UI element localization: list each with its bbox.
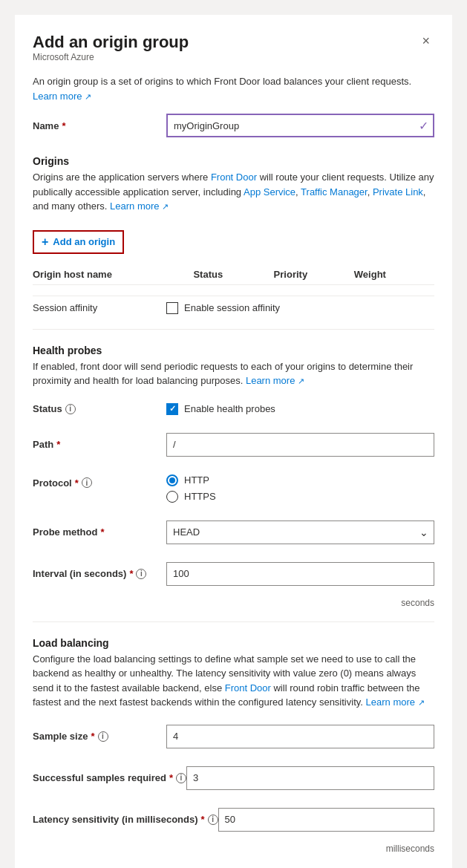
session-affinity-checkbox[interactable] (166, 302, 178, 314)
protocol-info-icon[interactable]: i (82, 477, 92, 488)
name-input[interactable] (166, 114, 434, 137)
sample-size-input[interactable] (166, 725, 434, 748)
origins-description: Origins are the application servers wher… (33, 170, 434, 214)
session-affinity-label: Session affinity (33, 302, 166, 313)
panel-title: Add an origin group Microsoft Azure (33, 33, 189, 73)
name-row: Name * ✓ (33, 114, 434, 137)
path-input[interactable] (166, 433, 434, 457)
status-label: Status i (33, 403, 166, 414)
check-icon: ✓ (419, 119, 428, 133)
radio-http-outer (166, 474, 178, 486)
interval-label: Interval (in seconds) * i (33, 568, 166, 579)
radio-http[interactable]: HTTP (166, 474, 216, 486)
plus-icon: + (42, 235, 48, 249)
session-affinity-checkbox-wrapper: Enable session affinity (166, 302, 280, 314)
learn-more-link-3[interactable]: Learn more (246, 375, 295, 386)
interval-input[interactable] (166, 562, 434, 586)
load-balancing-title: Load balancing (33, 637, 434, 649)
external-link-icon-2: ↗ (162, 202, 169, 211)
probe-method-select-wrapper: HEAD GET ⌄ (166, 521, 434, 544)
add-origin-label: Add an origin (53, 236, 115, 247)
add-origin-button[interactable]: + Add an origin (33, 230, 124, 254)
protocol-label: Protocol * i (33, 474, 166, 489)
footer-bar: Add Cancel (33, 860, 434, 869)
radio-https-label: HTTPS (184, 491, 216, 502)
sample-size-info-icon[interactable]: i (98, 731, 108, 742)
external-link-icon-1: ↗ (85, 92, 91, 101)
interval-row: Interval (in seconds) * i (33, 562, 434, 586)
radio-https-outer (166, 491, 178, 503)
learn-more-link-4[interactable]: Learn more (366, 696, 415, 708)
successful-samples-input[interactable] (186, 766, 434, 790)
status-row: Status i Enable health probes (33, 403, 434, 415)
external-link-icon-3: ↗ (298, 376, 304, 385)
col-weight-header: Weight (354, 269, 434, 280)
session-affinity-checkbox-label: Enable session affinity (184, 302, 280, 313)
protocol-row: Protocol * i HTTP HTTPS (33, 474, 434, 503)
panel-header: Add an origin group Microsoft Azure × (33, 33, 434, 73)
divider-1 (33, 329, 434, 330)
probe-method-row: Probe method * HEAD GET ⌄ (33, 521, 434, 544)
latency-row: Latency sensitivity (in milliseconds) * … (33, 808, 434, 832)
radio-http-label: HTTP (184, 474, 209, 486)
probe-method-label: Probe method * (33, 526, 166, 538)
interval-units: seconds (33, 598, 434, 608)
radio-http-dot (169, 477, 175, 483)
enable-health-probes-checkbox[interactable] (166, 403, 178, 415)
status-info-icon[interactable]: i (65, 404, 76, 414)
latency-units: milliseconds (33, 843, 434, 854)
latency-input[interactable] (218, 808, 434, 832)
successful-samples-row: Successful samples required * i (33, 766, 434, 790)
divider-2 (33, 621, 434, 622)
external-link-icon-4: ↗ (418, 698, 425, 707)
learn-more-link-2[interactable]: Learn more (110, 200, 159, 212)
protocol-radio-group: HTTP HTTPS (166, 474, 216, 503)
name-label: Name * (33, 120, 166, 131)
sample-size-row: Sample size * i (33, 725, 434, 748)
health-probes-description: If enabled, front door will send periodi… (33, 359, 434, 388)
successful-samples-info-icon[interactable]: i (176, 773, 186, 783)
path-label: Path * (33, 439, 166, 450)
origins-section-title: Origins (33, 155, 434, 167)
interval-info-icon[interactable]: i (136, 569, 146, 579)
add-origin-container: + Add an origin (33, 224, 434, 261)
probe-method-select[interactable]: HEAD GET (166, 521, 434, 544)
successful-samples-label: Successful samples required * i (33, 772, 186, 783)
enable-health-probes-wrapper: Enable health probes (166, 403, 275, 415)
sample-size-label: Sample size * i (33, 731, 166, 742)
health-probes-title: Health probes (33, 345, 434, 356)
path-row: Path * (33, 433, 434, 457)
col-host-header: Origin host name (33, 269, 193, 280)
learn-more-link-1[interactable]: Learn more (33, 91, 82, 102)
add-origin-group-panel: Add an origin group Microsoft Azure × An… (15, 15, 452, 868)
col-status-header: Status (193, 269, 273, 280)
close-button[interactable]: × (417, 33, 434, 49)
name-input-wrapper: ✓ (166, 114, 434, 137)
col-priority-header: Priority (274, 269, 354, 280)
load-balancing-description: Configure the load balancing settings to… (33, 652, 434, 710)
intro-description: An origin group is a set of origins to w… (33, 74, 434, 103)
latency-info-icon[interactable]: i (208, 815, 218, 825)
latency-label: Latency sensitivity (in milliseconds) * … (33, 814, 218, 825)
session-affinity-row: Session affinity Enable session affinity (33, 296, 434, 314)
origins-table-header: Origin host name Status Priority Weight (33, 269, 434, 285)
radio-https[interactable]: HTTPS (166, 491, 216, 503)
enable-health-probes-label: Enable health probes (184, 403, 275, 414)
